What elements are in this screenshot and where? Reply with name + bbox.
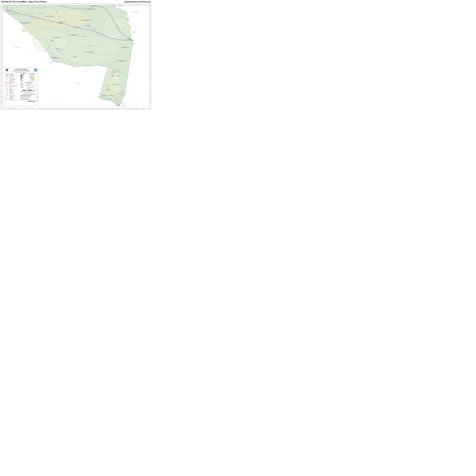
hito-label: Río Tacana <box>121 104 123 104</box>
park-label: CAHUINARÍ <box>83 36 86 37</box>
reference-info: INFORMACIÓN DE REFERENCIA ElipsoideInter… <box>20 82 37 88</box>
grid-row-number: 3 <box>150 34 151 34</box>
lake <box>19 10 20 11</box>
legend-item: Límite departamental <box>6 75 20 76</box>
admin-label: TARAPACÁ <box>119 61 123 62</box>
town-label: TARAIRA <box>126 19 129 19</box>
region-label: VAUPÉS <box>116 17 123 18</box>
admin-label: SANTANDER <box>71 35 75 36</box>
latitude-label: 3°30' <box>1 96 2 97</box>
grid-row-number: 9 <box>1 102 2 103</box>
town-marker <box>115 99 115 99</box>
legend-item: Límite internacional <box>6 73 20 74</box>
legend-box: REPÚBLICA DE COLOMBIA DEPARTAMENTO ADMIN… <box>5 68 37 106</box>
referencia-title: INFORMACIÓN DE REFERENCIA <box>20 82 37 83</box>
legend-org: REPÚBLICA DE COLOMBIA DEPARTAMENTO ADMIN… <box>9 69 34 71</box>
scale-tick: 8,5 <box>23 89 23 90</box>
longitude-label: 70°30' <box>112 4 114 5</box>
admin-label: CORREGIMIENTO DEPARTAMENTAL <box>84 51 94 52</box>
legend-item-label: Carretera pavimentada <box>9 82 15 83</box>
legend-item: ◉Corregimiento departamental <box>6 79 20 80</box>
rpava-symbol <box>6 85 9 85</box>
river-label: RÍO PURÉ <box>108 54 111 55</box>
park-label: PARQUE NACIONAL NATURAL <box>45 16 54 16</box>
reference-row: OrigenBogotá <box>20 85 37 85</box>
admin-label: LA VICTORIA <box>90 9 94 10</box>
oficina-line: Dirección Territorial Cundinamarca, Bogo… <box>21 97 36 98</box>
localizacion-title: LOCALIZACIÓN GENERAL <box>27 73 37 74</box>
legend-item-label: Puente <box>9 87 11 88</box>
grid-row-number: 5 <box>1 56 2 57</box>
grid-row-number: 9 <box>150 102 151 103</box>
legend-item-label: Ciénaga, laguna, embalse, represa <box>9 100 17 100</box>
admin-label: PUERTO NARIÑO <box>105 90 110 90</box>
region-label: PERÚ <box>15 47 20 48</box>
town-label: LA CHORRERA <box>50 40 54 41</box>
colombia-inset-map <box>29 74 35 81</box>
grid-column-letter: E <box>57 108 58 109</box>
legend-item: ✈Aeropuerto internacional <box>6 95 20 96</box>
legend-item: ┼┼┼Ferrocarril <box>6 88 20 89</box>
town-label: Nazareth <box>119 102 121 103</box>
convenciones-title: CONVENCIONES <box>6 72 37 73</box>
map-sheet: { "header": { "title": "REPÚBLICA DE COL… <box>0 0 152 110</box>
town-label: PUERTO LEGUÍZAMO <box>5 11 12 12</box>
longitude-label: 74° <box>26 108 27 109</box>
oficina-line: Teléfono: 369 40 00 / 369 41 00 Ext. 467… <box>21 96 36 97</box>
hito-label: Hito Internacional No. 11 <box>97 94 102 94</box>
legend-item-label: Puerto de cabotaje <box>9 90 14 91</box>
oficina-line: Delegada Leticia (Amazonas) <box>21 98 36 99</box>
latitude-label: 2°30' <box>1 74 2 74</box>
town-label: PUERTO NARIÑO <box>107 95 112 96</box>
map-title: REPÚBLICA DE COLOMBIA - Mapa Físico Polí… <box>1 1 47 3</box>
legend-item-label: Hito internacional <box>9 74 13 75</box>
legend-item-label: Puerto especializado <box>9 93 14 94</box>
hito-label: Río Tarairá <box>118 9 120 9</box>
airport-icon: ✈ <box>117 104 118 104</box>
grid-column-letter: L <box>143 108 144 109</box>
legend-item: Límite municipal <box>6 76 20 77</box>
alt-symbol: ▲ <box>6 97 9 98</box>
legend-item-label: Puerto municipal <box>9 93 13 93</box>
legend-item: ✦Faro <box>6 94 20 95</box>
legend-item-label: Carretera pavimentada (loc. aprox.) <box>9 85 18 85</box>
admin-label: PUERTO ARICA <box>87 52 92 53</box>
grid-column-letter: K <box>131 4 131 5</box>
legend-item: )(Puente <box>6 87 20 88</box>
latitude-label: 0° <box>1 17 2 17</box>
legend-item-label: Río importante <box>9 98 13 99</box>
coat-of-arms <box>6 68 8 71</box>
grid-row-number: 2 <box>1 22 2 23</box>
admin-label: CORREGIMIENTO DEPARTAMENTAL <box>51 37 62 37</box>
latitude-label: 0°30' <box>150 28 151 29</box>
longitude-label: 69° <box>149 4 150 5</box>
latitude-label: 1° <box>1 39 2 40</box>
legend-item-label: Puerto nacional <box>9 91 13 92</box>
longitude-label: 72° <box>75 4 76 5</box>
grid-column-letter: J <box>119 4 119 5</box>
legend-item: Camino <box>6 84 20 85</box>
admin-label: SANTANDER <box>59 23 62 23</box>
admin-label: CORREGIMIENTO DEPARTAMENTAL <box>87 9 97 9</box>
hito-label: Hito Internacional <box>118 5 122 6</box>
graphic-scale: Escala Gráfica 8,508,51624,5 Km <box>20 88 37 90</box>
grid-column-letter: G <box>82 4 83 5</box>
scale-tick: 24,5 Km <box>33 89 35 90</box>
legend-item: Límite departamental no definido <box>6 76 20 76</box>
legend-item-label: Aeropuerto secundario <box>9 97 15 97</box>
grid-column-letter: I <box>106 108 107 109</box>
park-label: PARQUE NACIONAL NATURAL <box>80 36 89 36</box>
grid-row-number: 2 <box>150 22 151 23</box>
grid-column-letter: F <box>69 4 70 5</box>
town-marker <box>62 21 63 22</box>
admin-label: LA PEDRERA <box>123 47 127 48</box>
copyright-note: © INSTITUTO GEOGRÁFICO AGUSTÍN CODAZZI 2… <box>20 94 37 94</box>
grid-column-letter: H <box>94 4 95 5</box>
org-line1: REPÚBLICA DE COLOMBIA <box>9 69 34 70</box>
grid-row-number: 7 <box>150 79 151 80</box>
sigac-logo: SIGAC ® <box>20 101 37 102</box>
legend-item: ★Capital de departamento <box>6 77 20 78</box>
map-subtitle: Departamento del Amazonas <box>124 1 151 3</box>
sigac-icon <box>28 101 30 102</box>
amazonas-highlight <box>32 78 34 81</box>
